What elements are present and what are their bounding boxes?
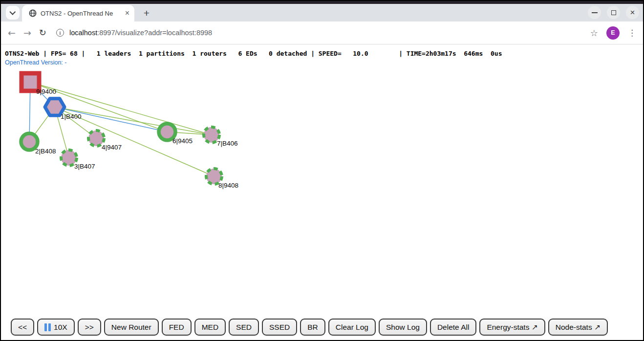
close-icon: ×	[630, 8, 635, 17]
bookmark-star-icon[interactable]: ☆	[590, 28, 598, 38]
navbar-right: ☆ E ⋮	[590, 26, 636, 40]
openthread-version-link[interactable]: OpenThread Version: -	[5, 59, 502, 66]
network-edge-B400-9408	[55, 107, 214, 176]
delete-all-button[interactable]: Delete All	[430, 319, 476, 336]
network-edge-B400-9405	[55, 107, 167, 132]
network-node-9407[interactable]	[88, 130, 104, 146]
button-label: <<	[18, 323, 27, 332]
maximize-button[interactable]	[607, 6, 620, 19]
network-node-9400[interactable]	[21, 73, 39, 91]
speed-up-button[interactable]: >>	[78, 319, 101, 336]
browser-navbar: ← → ↻ i localhost:8997/visualize?addr=lo…	[1, 21, 643, 44]
maximize-icon	[611, 10, 616, 15]
profile-avatar[interactable]: E	[606, 26, 620, 40]
url-path: :8997/visualize?addr=localhost:8998	[97, 29, 212, 37]
tab-title: OTNS2 - OpenThread Ne	[41, 10, 121, 17]
button-label: SED	[236, 323, 252, 332]
url-host: localhost	[69, 29, 97, 37]
button-label: SSED	[269, 323, 290, 332]
status-line: OTNS2-Web | FPS= 68 | 1 leaders 1 partit…	[5, 50, 502, 57]
browser-tab[interactable]: OTNS2 - OpenThread Ne ×	[22, 5, 134, 21]
node-shape-circle-dashed	[206, 169, 222, 184]
pause-icon	[44, 323, 51, 331]
node-shape-circle-dashed	[204, 127, 219, 143]
button-label: BR	[307, 323, 318, 332]
menu-kebab-icon[interactable]: ⋮	[628, 28, 636, 38]
node-stats-button[interactable]: Node-stats ↗	[548, 319, 608, 336]
reload-icon[interactable]: ↻	[39, 28, 46, 37]
tab-search-button[interactable]	[6, 6, 20, 20]
button-label: >>	[85, 323, 94, 332]
button-label: MED	[202, 323, 218, 332]
node-shape-circle-dashed	[88, 130, 104, 146]
speed-down-button[interactable]: <<	[11, 319, 34, 336]
forward-icon[interactable]: →	[23, 28, 31, 38]
minimize-icon	[592, 12, 598, 13]
network-node-B406[interactable]	[204, 127, 219, 143]
show-log-button[interactable]: Show Log	[379, 319, 427, 336]
minimize-button[interactable]	[588, 6, 601, 19]
add-ssed-button[interactable]: SSED	[262, 319, 297, 336]
network-node-B407[interactable]	[61, 150, 77, 166]
url-bar[interactable]: i localhost:8997/visualize?addr=localhos…	[54, 29, 582, 37]
node-label-B406: 7|B406	[217, 140, 238, 147]
node-label-B408: 2|B408	[35, 148, 56, 155]
network-node-9405[interactable]	[159, 124, 175, 140]
clear-log-button[interactable]: Clear Log	[328, 319, 376, 336]
add-br-button[interactable]: BR	[300, 319, 325, 336]
node-shape-square	[21, 73, 39, 91]
url-text[interactable]: localhost:8997/visualize?addr=localhost:…	[69, 29, 212, 37]
close-button[interactable]: ×	[626, 6, 639, 19]
button-label: Clear Log	[336, 323, 368, 332]
network-node-B400[interactable]	[45, 99, 64, 116]
button-label: FED	[169, 323, 184, 332]
node-shape-circle-solid	[159, 124, 175, 140]
add-fed-button[interactable]: FED	[162, 319, 192, 336]
node-label-9407: 4|9407	[102, 144, 122, 151]
node-shape-circle-solid	[21, 133, 38, 150]
tab-strip: OTNS2 - OpenThread Ne × + ×	[1, 4, 643, 21]
pause-speed-button[interactable]: 10X	[37, 319, 75, 336]
network-node-9408[interactable]	[206, 169, 222, 184]
node-label-B407: 3|B407	[74, 163, 95, 170]
chevron-down-icon	[9, 9, 16, 15]
new-router-button[interactable]: New Router	[104, 319, 159, 336]
button-label: Energy-stats ↗	[487, 323, 537, 332]
node-label-9405: 6|9405	[172, 137, 193, 145]
energy-stats-button[interactable]: Energy-stats ↗	[479, 319, 545, 336]
info-icon[interactable]: i	[56, 29, 64, 37]
network-node-B408[interactable]	[21, 133, 38, 150]
node-shape-circle-dashed	[61, 150, 77, 166]
node-label-9408: 8|9408	[218, 182, 238, 189]
window-controls: ×	[588, 6, 639, 19]
network-edge-B400-B406	[55, 107, 212, 135]
add-med-button[interactable]: MED	[194, 319, 226, 336]
new-tab-button[interactable]: +	[140, 6, 153, 20]
back-icon[interactable]: ←	[8, 28, 16, 38]
action-toolbar: <<10X>>New RouterFEDMEDSEDSSEDBRClear Lo…	[11, 319, 608, 336]
globe-favicon-icon	[29, 9, 37, 17]
button-label: Delete All	[437, 323, 469, 332]
button-label: New Router	[111, 323, 151, 332]
node-label-B400: 1|B400	[61, 113, 82, 120]
node-shape-hexagon	[45, 99, 64, 116]
button-label: 10X	[54, 323, 67, 332]
tab-close-icon[interactable]: ×	[125, 9, 129, 17]
status-bar: OTNS2-Web | FPS= 68 | 1 leaders 1 partit…	[5, 50, 502, 66]
button-label: Show Log	[386, 323, 420, 332]
add-sed-button[interactable]: SED	[229, 319, 259, 336]
button-label: Node-stats ↗	[556, 323, 601, 332]
